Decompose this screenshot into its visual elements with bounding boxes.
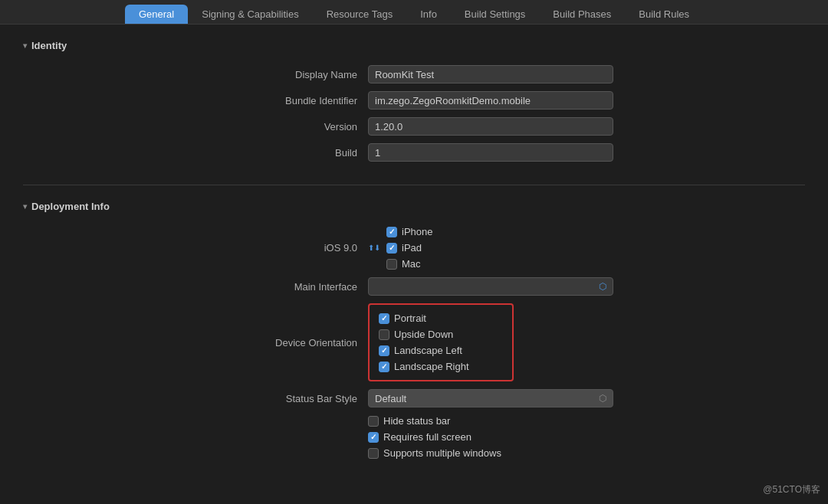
hide-status-bar-checkbox[interactable] [368,416,379,427]
landscape-left-label: Landscape Left [394,345,462,356]
ios-row: iOS 9.0 ⬆⬇ iPhone iPad Mac [23,226,805,270]
tab-bar: General Signing & Capabilities Resource … [0,0,828,25]
hide-status-bar-label: Hide status bar [383,415,450,427]
tab-info[interactable]: Info [406,5,451,24]
mac-row: Mac [386,258,432,270]
ios-label: iOS 9.0 [46,242,368,254]
landscape-right-checkbox[interactable] [379,362,389,372]
upside-down-checkbox[interactable] [379,329,389,340]
ios-selector[interactable]: ⬆⬇ [368,244,380,252]
bundle-id-input[interactable] [368,91,613,110]
status-bar-style-arrow: ⬡ [599,393,606,404]
supports-multiple-windows-row: Supports multiple windows [368,447,501,459]
requires-full-screen-label: Requires full screen [383,431,472,443]
version-row: Version [23,117,805,136]
status-bar-style-label: Status Bar Style [46,393,368,404]
upside-down-row: Upside Down [379,329,503,340]
hide-status-bar-checkbox-row: Hide status bar [368,415,501,427]
extra-checkboxes: Hide status bar Requires full screen Sup… [368,415,501,459]
device-orientation-row: Device Orientation Portrait Upside Down … [23,303,805,381]
iphone-label: iPhone [402,226,432,237]
bundle-id-label: Bundle Identifier [46,95,368,106]
main-interface-label: Main Interface [46,281,368,293]
build-input[interactable] [368,143,613,162]
display-name-row: Display Name [23,65,805,83]
watermark: @51CTO博客 [763,483,820,496]
deployment-chevron: ▾ [23,202,27,211]
hide-status-bar-row: Hide status bar Requires full screen Sup… [23,415,805,459]
deployment-section-header[interactable]: ▾ Deployment Info [23,201,805,212]
display-name-input[interactable] [368,65,613,83]
ipad-row: iPad [386,242,432,254]
iphone-row: iPhone [386,226,432,237]
version-input[interactable] [368,117,613,136]
status-bar-style-dropdown[interactable]: Default ⬡ [368,389,613,407]
supports-multiple-windows-checkbox[interactable] [368,448,379,459]
mac-checkbox[interactable] [386,259,397,270]
upside-down-label: Upside Down [394,329,453,340]
tab-build-phases[interactable]: Build Phases [539,5,625,24]
bundle-id-row: Bundle Identifier [23,91,805,110]
landscape-left-checkbox[interactable] [379,345,389,356]
main-interface-dropdown[interactable]: ⬡ [368,277,613,296]
tab-signing[interactable]: Signing & Capabilities [188,5,312,24]
main-interface-row: Main Interface ⬡ [23,277,805,296]
requires-full-screen-row: Requires full screen [368,431,501,443]
status-bar-style-value: Default [375,393,406,404]
portrait-row: Portrait [379,313,503,324]
orientation-box: Portrait Upside Down Landscape Left Land… [368,303,514,381]
identity-chevron: ▾ [23,41,27,50]
landscape-right-label: Landscape Right [394,361,469,372]
tab-build-settings[interactable]: Build Settings [451,5,540,24]
device-orientation-label: Device Orientation [46,337,368,349]
ipad-label: iPad [402,242,422,254]
tab-resource-tags[interactable]: Resource Tags [313,5,406,24]
display-name-label: Display Name [46,69,368,80]
iphone-checkbox[interactable] [386,227,397,237]
landscape-left-row: Landscape Left [379,345,503,356]
supports-multiple-windows-label: Supports multiple windows [383,447,501,459]
ipad-checkbox[interactable] [386,243,397,254]
version-label: Version [46,121,368,133]
identity-section: ▾ Identity Display Name Bundle Identifie… [23,40,805,162]
platform-checkboxes: iPhone iPad Mac [386,226,432,270]
identity-label: Identity [31,40,67,51]
mac-label: Mac [402,258,421,270]
landscape-right-row: Landscape Right [379,361,503,372]
portrait-checkbox[interactable] [379,313,389,324]
tab-build-rules[interactable]: Build Rules [625,5,703,24]
requires-full-screen-checkbox[interactable] [368,432,379,443]
tab-general[interactable]: General [125,5,188,24]
status-bar-style-row: Status Bar Style Default ⬡ [23,389,805,407]
main-content: ▾ Identity Display Name Bundle Identifie… [0,25,828,497]
build-label: Build [46,147,368,159]
identity-section-header[interactable]: ▾ Identity [23,40,805,51]
main-interface-arrow: ⬡ [599,281,606,292]
identity-divider [23,185,805,185]
deployment-label: Deployment Info [31,201,110,212]
deployment-section: ▾ Deployment Info iOS 9.0 ⬆⬇ iPhone iPad [23,201,805,459]
build-row: Build [23,143,805,162]
portrait-label: Portrait [394,313,426,324]
